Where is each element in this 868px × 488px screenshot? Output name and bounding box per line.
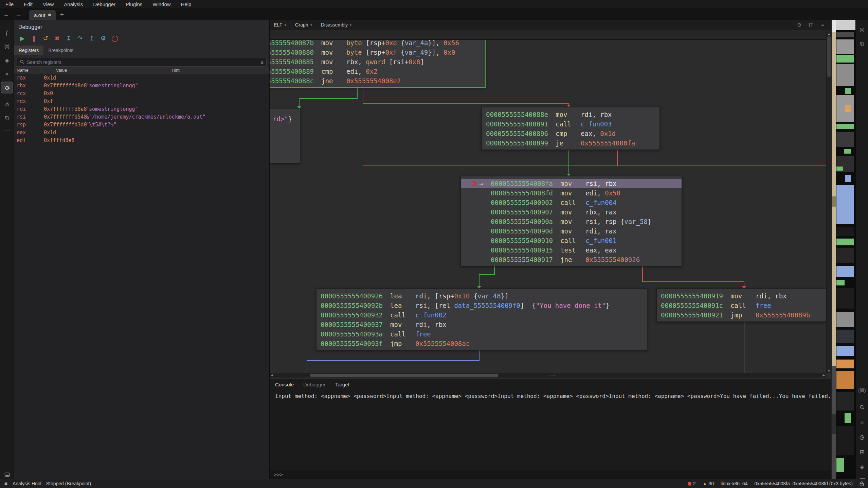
menu-window[interactable]: Window: [152, 1, 170, 7]
components-icon[interactable]: ⧉: [1, 112, 13, 124]
pin-icon[interactable]: ⊙: [797, 22, 801, 28]
split-view-icon[interactable]: ◫: [809, 22, 814, 28]
instruction-row[interactable]: 000055555540088cjne0x5555554008e2: [270, 76, 485, 86]
new-tab-button[interactable]: +: [56, 10, 68, 20]
graph-canvas[interactable]: 000055555540087bmovbyte [rsp+0xe {var_4a…: [270, 40, 826, 373]
pause-button[interactable]: ∥: [28, 35, 40, 42]
instruction-row[interactable]: 0000555555400937movrdi, rbx: [317, 320, 647, 329]
scroll-up-arrow[interactable]: ▲: [827, 32, 831, 36]
resume-button[interactable]: ▶: [17, 35, 28, 42]
warning-badge[interactable]: ▲30: [703, 481, 714, 486]
view-options-icon[interactable]: ≡: [821, 22, 824, 28]
step-over-button[interactable]: ↷: [74, 35, 86, 42]
instruction-row[interactable]: 0000555555400889cmpedi, 0x2: [270, 67, 485, 76]
view-selector-disassembly[interactable]: Disassembly▾: [321, 22, 351, 28]
log-list-icon[interactable]: ≡: [856, 417, 868, 428]
graph-node-entry[interactable]: 000055555540087bmovbyte [rsp+0xe {var_4a…: [270, 40, 486, 88]
instruction-row[interactable]: 0000555555400910callc_fun001: [461, 236, 682, 245]
error-badge[interactable]: 2: [688, 481, 696, 486]
view-selector-elf[interactable]: ELF▾: [274, 22, 286, 28]
instruction-row[interactable]: 0000555555400902callc_fun004: [461, 198, 682, 207]
tab-breakpoints[interactable]: Breakpoints: [43, 46, 78, 55]
nav-back-button[interactable]: ←: [0, 10, 13, 20]
scrollbar-thumb[interactable]: [310, 374, 498, 377]
instruction-row[interactable]: 0000555555400921jmp0x55555540089b: [657, 310, 826, 320]
instruction-row[interactable]: 000055555540088emovrdi, rbx: [482, 110, 659, 119]
menu-plugins[interactable]: Plugins: [126, 1, 142, 7]
stack-view-icon[interactable]: ⧉: [856, 38, 868, 50]
lock-icon[interactable]: [860, 481, 864, 486]
register-row-rsp[interactable]: rsp0x7fffffffd3d0"\t5#\t?%": [14, 121, 269, 129]
instruction-row[interactable]: 0000555555400926leardi, [rsp+0x10 {var_4…: [317, 291, 647, 301]
register-row-rcx[interactable]: rcx0x0: [14, 90, 269, 98]
menu-debugger[interactable]: Debugger: [93, 1, 115, 7]
instruction-row[interactable]: 00005555554008fdmovedi, 0x50: [461, 188, 682, 198]
tags-icon[interactable]: ◈: [1, 55, 13, 66]
instruction-row[interactable]: 0000555555400919movrdi, rbx: [657, 291, 826, 301]
notifications-badge[interactable]: 99: [856, 385, 868, 396]
instruction-row[interactable]: 0000555555400917jne0x555555400926: [461, 255, 682, 264]
register-row-rbx[interactable]: rbx0x7fffffffd8e8"somestringlongg": [14, 82, 269, 90]
function-signature-line[interactable]: ↻int64_t main(int32_t argc, void* argv): [270, 30, 831, 40]
register-row-rsi[interactable]: rsi0x7fffffffd548&"/home/jeremy/crackmes…: [14, 113, 269, 121]
graph-node-success[interactable]: 0000555555400926leardi, [rsp+0x10 {var_4…: [316, 289, 647, 350]
scroll-right-arrow[interactable]: ▶: [821, 373, 826, 378]
scroll-down-arrow[interactable]: ▼: [827, 369, 831, 373]
horizontal-scrollbar[interactable]: ◀ ···· ▶: [270, 373, 826, 378]
nav-forward-button[interactable]: →: [13, 10, 25, 20]
instruction-row[interactable]: 000055555540087bmovbyte [rsp+0xe {var_4a…: [270, 40, 485, 48]
memory-map-icon[interactable]: ⌖: [1, 69, 13, 80]
console-tab-target[interactable]: Target: [335, 382, 349, 387]
symbols-icon[interactable]: ƒ: [1, 27, 13, 38]
register-row-rax[interactable]: rax0x1d: [14, 74, 269, 82]
console-prompt-input[interactable]: >>>: [270, 470, 831, 479]
instruction-row[interactable]: 0000555555400891callc_fun003: [482, 119, 659, 129]
register-row-rdi[interactable]: rdi0x7fffffffd8e8"somestringlongg": [14, 105, 269, 113]
search-input[interactable]: [27, 59, 258, 65]
view-selector-graph[interactable]: Graph▾: [295, 22, 312, 28]
graph-node-fail[interactable]: 0000555555400919movrdi, rbx0000555555400…: [656, 289, 826, 322]
types-icon[interactable]: {x}: [1, 40, 13, 52]
scrollbar-thumb[interactable]: [827, 36, 831, 77]
restart-button[interactable]: ↺: [40, 35, 51, 42]
search-options-icon[interactable]: ≡: [260, 59, 264, 65]
instruction-row[interactable]: →00005555554008famovrsi, rbx: [461, 179, 682, 188]
instruction-row[interactable]: 000055555540092blearsi, [rel data_555555…: [317, 301, 647, 310]
scroll-left-arrow[interactable]: ◀: [270, 373, 274, 378]
register-row-rdx[interactable]: rdx0xf: [14, 98, 269, 105]
register-row-eax[interactable]: eax0x1d: [14, 129, 269, 137]
instruction-row[interactable]: 0000555555400907movrbx, rax: [461, 207, 682, 217]
step-into-button[interactable]: ↧: [63, 35, 74, 42]
menu-view[interactable]: View: [43, 1, 54, 7]
file-tab[interactable]: a.out: [29, 10, 56, 20]
find-icon[interactable]: [856, 402, 868, 413]
tags-sidebar-icon[interactable]: ◈: [856, 461, 868, 473]
debugger-settings-button[interactable]: ⚙: [97, 35, 109, 42]
record-button[interactable]: ◯: [109, 35, 121, 42]
instruction-row[interactable]: 0000555555400896cmpeax, 0x1d: [482, 129, 659, 138]
kill-button[interactable]: ✖: [51, 35, 63, 42]
history-icon[interactable]: ◷: [856, 432, 868, 443]
debugger-icon[interactable]: [1, 82, 13, 93]
console-tab-console[interactable]: Console: [275, 382, 294, 387]
graph-node-usage[interactable]: rd>"}: [270, 109, 300, 163]
step-return-button[interactable]: ↥: [86, 35, 97, 42]
plugins-grid-icon[interactable]: ⊞: [856, 447, 868, 458]
menu-edit[interactable]: Edit: [24, 1, 33, 7]
instruction-row[interactable]: 0000555555400880movbyte [rsp+0xf {var_49…: [270, 48, 485, 57]
menu-help[interactable]: Help: [181, 1, 192, 7]
instruction-row[interactable]: 000055555540090amovrsi, rsp {var_58}: [461, 217, 682, 226]
instruction-row[interactable]: 000055555540090dmovrdi, rax: [461, 226, 682, 236]
console-tab-debugger[interactable]: Debugger: [303, 382, 326, 387]
instruction-row[interactable]: 000055555540093acallfree: [317, 329, 647, 339]
register-search[interactable]: ≡: [17, 58, 267, 67]
instruction-row[interactable]: 0000555555400915testeax, eax: [461, 245, 682, 255]
instruction-row[interactable]: 000055555540091ccallfree: [657, 301, 826, 310]
more-panels-icon[interactable]: ⋯: [1, 125, 13, 136]
graph-node-current[interactable]: →00005555554008famovrsi, rbx000055555540…: [460, 176, 682, 266]
variables-icon[interactable]: (x): [856, 24, 868, 35]
instruction-row[interactable]: 000055555540093fjmp0x5555554008ac: [317, 339, 647, 348]
cross-references-icon[interactable]: ⋔: [1, 99, 13, 110]
menu-file[interactable]: File: [5, 1, 14, 7]
instruction-row[interactable]: 0000555555400899je0x5555554008fa: [482, 138, 659, 148]
